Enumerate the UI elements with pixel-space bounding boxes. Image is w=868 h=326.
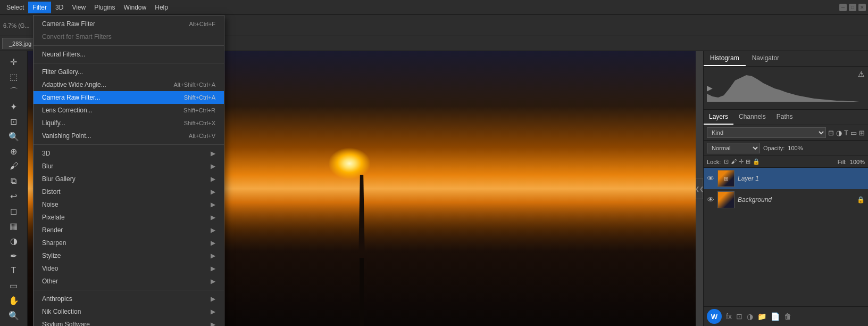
- menu-item-lens-correction[interactable]: Lens Correction... Shift+Ctrl+R: [34, 104, 224, 117]
- adjustment-filter-icon[interactable]: ◑: [836, 129, 842, 137]
- canvas-sun: [328, 148, 371, 180]
- menu-item-blur-gallery[interactable]: Blur Gallery ▶: [34, 173, 224, 185]
- tab-navigator[interactable]: Navigator: [746, 51, 786, 66]
- menu-item-vanishing-point[interactable]: Vanishing Point... Alt+Ctrl+V: [34, 129, 224, 142]
- menu-item-adaptive-wide[interactable]: Adaptive Wide Angle... Alt+Shift+Ctrl+A: [34, 78, 224, 91]
- adjustment-icon[interactable]: ◑: [747, 312, 753, 321]
- clone-stamp-tool[interactable]: ⧉: [4, 175, 23, 188]
- new-layer-icon[interactable]: 📄: [771, 312, 780, 321]
- menu-label: Filter Gallery...: [42, 68, 215, 76]
- menu-item-camera-raw-filter-2[interactable]: Camera Raw Filter... Shift+Ctrl+A: [34, 91, 224, 104]
- menu-item-pixelate[interactable]: Pixelate ▶: [34, 211, 224, 224]
- minimize-button[interactable]: ─: [839, 4, 847, 11]
- maximize-button[interactable]: □: [849, 4, 856, 11]
- opacity-label: Opacity:: [763, 145, 784, 151]
- menu-filter[interactable]: Filter: [28, 2, 51, 13]
- text-tool[interactable]: T: [4, 264, 23, 277]
- zoom-tool[interactable]: 🔍: [4, 309, 23, 322]
- opacity-value: 100%: [788, 145, 803, 151]
- smartobj-filter-icon[interactable]: ⊞: [859, 129, 865, 137]
- move-tool[interactable]: ✛: [4, 55, 23, 68]
- background-lock-icon: 🔒: [857, 196, 865, 203]
- lock-artboard-icon[interactable]: ⊞: [746, 158, 750, 165]
- menu-item-liquify[interactable]: Liquify... Shift+Ctrl+X: [34, 117, 224, 129]
- hand-tool[interactable]: ✋: [4, 294, 23, 307]
- lock-pixels-icon[interactable]: 🖌: [731, 158, 737, 165]
- tab-layers[interactable]: Layers: [704, 110, 733, 125]
- submenu-arrow: ▶: [211, 278, 215, 285]
- tab-histogram[interactable]: Histogram: [704, 51, 746, 66]
- lasso-tool[interactable]: ⌒: [4, 85, 23, 98]
- folder-icon[interactable]: 📁: [757, 312, 766, 321]
- spot-heal-tool[interactable]: ⊕: [4, 145, 23, 158]
- menu-label: Blur: [42, 162, 211, 170]
- w-badge[interactable]: W: [707, 309, 722, 324]
- menu-item-camera-raw-filter[interactable]: Camera Raw Filter Alt+Ctrl+F: [34, 18, 224, 30]
- toolbar-status: 6.7% (G...: [3, 22, 30, 29]
- menu-item-other[interactable]: Other ▶: [34, 275, 224, 288]
- menu-item-neural-filters[interactable]: Neural Filters...: [34, 48, 224, 61]
- add-style-icon[interactable]: fx: [726, 312, 732, 321]
- close-button[interactable]: ✕: [858, 4, 866, 11]
- eraser-tool[interactable]: ◻: [4, 205, 23, 217]
- magic-wand-tool[interactable]: ✦: [4, 100, 23, 113]
- filter-dropdown-menu: Camera Raw Filter Alt+Ctrl+F Convert for…: [33, 15, 224, 326]
- menu-item-skylum-software[interactable]: Skylum Software ▶: [34, 318, 224, 326]
- shape-tool[interactable]: ▭: [4, 279, 23, 292]
- brush-tool[interactable]: 🖌: [4, 160, 23, 173]
- menu-item-anthropics[interactable]: Anthropics ▶: [34, 292, 224, 305]
- submenu-arrow: ▶: [211, 239, 215, 247]
- delete-layer-icon[interactable]: 🗑: [784, 312, 791, 321]
- play-icon: ▶: [707, 84, 713, 92]
- menu-view[interactable]: View: [68, 2, 90, 13]
- menu-item-sharpen[interactable]: Sharpen ▶: [34, 237, 224, 249]
- dodge-tool[interactable]: ◑: [4, 234, 23, 247]
- menu-plugins[interactable]: Plugins: [90, 2, 119, 13]
- layers-kind-select[interactable]: Kind: [707, 127, 826, 138]
- menu-item-3d[interactable]: 3D ▶: [34, 147, 224, 160]
- lock-all-icon[interactable]: 🔒: [753, 158, 760, 165]
- blend-mode-select[interactable]: Normal: [707, 143, 760, 153]
- pen-tool[interactable]: ✒: [4, 249, 23, 262]
- layer-row[interactable]: 👁 ⊞ Layer 1: [704, 168, 868, 189]
- menu-item-render[interactable]: Render ▶: [34, 224, 224, 237]
- menu-select[interactable]: Select: [2, 2, 28, 13]
- menu-label: Vanishing Point...: [42, 132, 168, 140]
- menu-item-convert-smart[interactable]: Convert for Smart Filters: [34, 30, 224, 43]
- menu-window[interactable]: Window: [120, 2, 151, 13]
- menu-item-filter-gallery[interactable]: Filter Gallery...: [34, 66, 224, 78]
- eyedropper-tool[interactable]: 🔍: [4, 130, 23, 143]
- select-tool[interactable]: ⬚: [4, 70, 23, 83]
- type-filter-icon[interactable]: T: [844, 129, 848, 137]
- submenu-arrow: ▶: [211, 265, 215, 272]
- lock-position-icon[interactable]: ✛: [739, 158, 744, 165]
- tab-channels[interactable]: Channels: [733, 110, 771, 125]
- submenu-arrow: ▶: [211, 226, 215, 234]
- panel-collapse-button[interactable]: ❮❮: [696, 178, 703, 199]
- submenu-arrow: ▶: [211, 252, 215, 259]
- menu-3d[interactable]: 3D: [51, 2, 68, 13]
- menu-item-blur[interactable]: Blur ▶: [34, 160, 224, 173]
- menu-item-nik-collection[interactable]: Nik Collection ▶: [34, 305, 224, 318]
- tab-paths[interactable]: Paths: [771, 110, 798, 125]
- shape-filter-icon[interactable]: ▭: [850, 129, 857, 137]
- menu-item-video[interactable]: Video ▶: [34, 262, 224, 275]
- crop-tool[interactable]: ⊡: [4, 115, 23, 128]
- layer-1-visibility[interactable]: 👁: [707, 174, 714, 183]
- lock-transparent-icon[interactable]: ⊡: [724, 158, 729, 165]
- menu-shortcut: Alt+Shift+Ctrl+A: [173, 82, 215, 88]
- menu-label: 3D: [42, 150, 211, 157]
- menu-item-distort[interactable]: Distort ▶: [34, 185, 224, 198]
- layer-row[interactable]: 👁 Background 🔒: [704, 189, 868, 210]
- layer-1-thumbnail: ⊞: [717, 170, 735, 187]
- background-visibility[interactable]: 👁: [707, 195, 714, 204]
- menu-item-stylize[interactable]: Stylize ▶: [34, 249, 224, 262]
- menu-help[interactable]: Help: [151, 2, 172, 13]
- gradient-tool[interactable]: ▦: [4, 219, 23, 232]
- history-brush-tool[interactable]: ↩: [4, 190, 23, 202]
- menu-label: Convert for Smart Filters: [42, 33, 215, 40]
- add-mask-icon[interactable]: ⊡: [736, 312, 742, 321]
- menu-item-noise[interactable]: Noise ▶: [34, 198, 224, 211]
- menu-label: Pixelate: [42, 214, 211, 221]
- pixel-filter-icon[interactable]: ⊡: [828, 129, 834, 137]
